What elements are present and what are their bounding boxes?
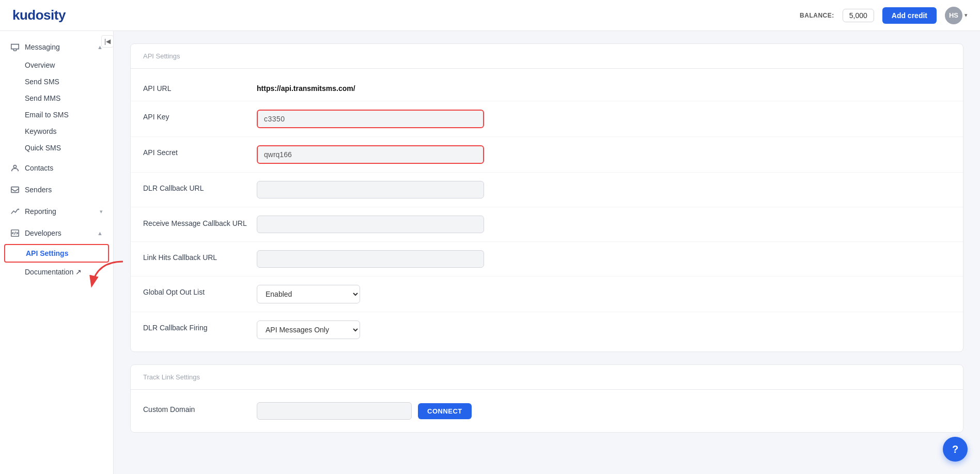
header-right: BALANCE: 5,000 Add credit HS ▾ [800,7,968,24]
chevron-down-icon: ▾ [965,12,968,19]
global-opt-out-list-label: Global Opt Out List [143,285,257,296]
receive-message-callback-url-label: Receive Message Callback URL [143,216,257,229]
connect-button[interactable]: CONNECT [418,403,472,419]
api-settings-title: API Settings [143,52,180,60]
nav-section-developers: Developers ▲ API Settings Documentation … [0,223,113,280]
help-button[interactable]: ? [943,437,968,462]
nav-section-messaging: Messaging ▲ Overview Send SMS Send MMS E… [0,37,113,156]
form-row-custom-domain: Custom Domain CONNECT [131,394,963,428]
sidebar-item-keywords[interactable]: Keywords [0,123,113,140]
sidebar-item-developers-label: Developers [25,229,61,237]
sidebar-item-quick-sms[interactable]: Quick SMS [0,140,113,156]
sidebar-collapse-button[interactable]: |◀ [101,35,114,48]
api-settings-card: API Settings API URL https://api.transmi… [130,43,963,352]
api-key-input[interactable] [257,110,484,128]
sidebar-item-reporting-label: Reporting [25,207,56,216]
sidebar-item-send-sms[interactable]: Send SMS [0,73,113,90]
contacts-icon [10,163,20,173]
sidebar-item-developers[interactable]: Developers ▲ [0,223,113,243]
link-hits-callback-url-label: Link Hits Callback URL [143,250,257,262]
sidebar-item-api-settings[interactable]: API Settings [4,244,109,263]
sidebar-item-email-to-sms[interactable]: Email to SMS [0,106,113,123]
app-logo: kudosity [12,7,66,23]
chevron-up-developers-icon: ▲ [97,230,103,236]
avatar: HS [945,7,962,24]
sidebar-item-send-mms[interactable]: Send MMS [0,90,113,106]
form-row-api-secret: API Secret [131,137,963,173]
developers-sub-items: API Settings Documentation ↗ [0,244,113,280]
app-header: kudosity BALANCE: 5,000 Add credit HS ▾ [0,0,980,31]
track-link-settings-card-body: Custom Domain CONNECT [131,390,963,432]
dlr-callback-url-label: DLR Callback URL [143,181,257,192]
custom-domain-label: Custom Domain [143,402,257,414]
messaging-sub-items: Overview Send SMS Send MMS Email to SMS … [0,57,113,156]
form-row-link-hits-callback-url: Link Hits Callback URL [131,242,963,277]
sidebar-item-messaging[interactable]: Messaging ▲ [0,37,113,57]
nav-section-senders: Senders [0,180,113,200]
receive-message-callback-url-input[interactable] [257,216,484,233]
track-link-settings-card-header: Track Link Settings [131,365,963,390]
sidebar-item-messaging-label: Messaging [25,43,60,51]
dlr-callback-url-input[interactable] [257,181,484,198]
api-settings-card-body: API URL https://api.transmitsms.com/ API… [131,69,963,351]
reporting-icon [10,207,20,216]
form-row-api-url: API URL https://api.transmitsms.com/ [131,73,963,101]
nav-section-reporting: Reporting ▾ [0,202,113,221]
main-content: API Settings API URL https://api.transmi… [114,31,980,474]
user-menu[interactable]: HS ▾ [945,7,968,24]
api-secret-label: API Secret [143,145,257,157]
sidebar-nav: Messaging ▲ Overview Send SMS Send MMS E… [0,31,113,288]
sidebar-item-reporting[interactable]: Reporting ▾ [0,202,113,221]
dlr-callback-firing-label: DLR Callback Firing [143,320,257,332]
form-row-api-key: API Key [131,101,963,137]
sidebar-item-contacts-label: Contacts [25,164,53,172]
form-row-global-opt-out-list: Global Opt Out List Enabled Disabled [131,277,963,312]
sidebar: |◀ Messaging ▲ Overview Send SMS Send [0,31,114,474]
form-row-dlr-callback-url: DLR Callback URL [131,173,963,207]
form-row-dlr-callback-firing: DLR Callback Firing API Messages Only Al… [131,312,963,347]
balance-label: BALANCE: [800,12,834,19]
track-link-settings-title: Track Link Settings [143,373,200,381]
link-hits-callback-url-input[interactable] [257,250,484,268]
sidebar-item-documentation[interactable]: Documentation ↗ [0,264,113,280]
messaging-icon [10,42,20,52]
sidebar-item-contacts[interactable]: Contacts [0,158,113,178]
track-link-settings-card: Track Link Settings Custom Domain CONNEC… [130,364,963,433]
svg-point-0 [13,165,16,168]
api-settings-card-header: API Settings [131,44,963,69]
app-body: |◀ Messaging ▲ Overview Send SMS Send [0,31,980,474]
custom-domain-input[interactable] [257,402,412,420]
api-url-value: https://api.transmitsms.com/ [257,81,951,93]
nav-section-contacts: Contacts [0,158,113,178]
global-opt-out-list-select[interactable]: Enabled Disabled [257,285,360,303]
sidebar-item-senders[interactable]: Senders [0,180,113,200]
sidebar-item-senders-label: Senders [25,186,52,194]
form-row-receive-message-callback-url: Receive Message Callback URL [131,207,963,242]
api-url-label: API URL [143,81,257,93]
sidebar-item-overview[interactable]: Overview [0,57,113,73]
dlr-callback-firing-select[interactable]: API Messages Only All Messages [257,320,360,339]
senders-icon [10,185,20,194]
developers-icon [10,228,20,238]
add-credit-button[interactable]: Add credit [882,7,937,24]
api-secret-input[interactable] [257,145,484,164]
chevron-down-reporting-icon: ▾ [100,208,103,215]
balance-value: 5,000 [843,9,874,22]
api-key-label: API Key [143,110,257,121]
